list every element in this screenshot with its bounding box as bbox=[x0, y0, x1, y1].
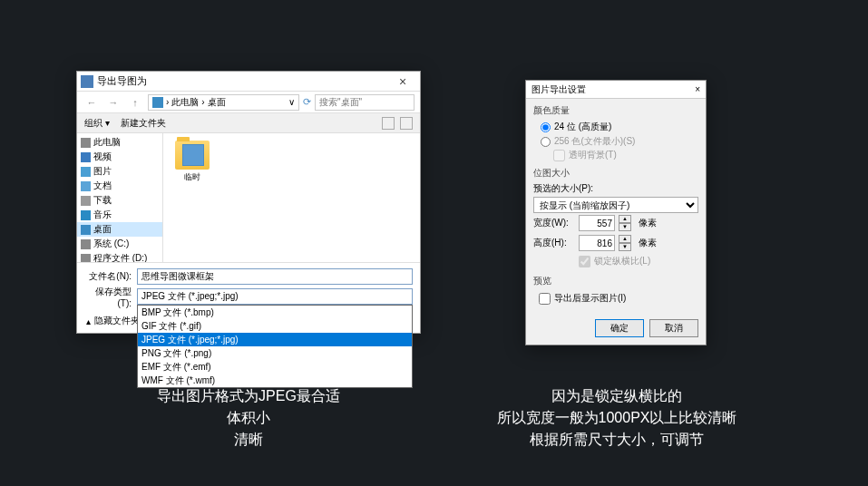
folder-item[interactable]: 临时 bbox=[171, 141, 214, 183]
width-row: 宽度(W): ▲▼ 像素 bbox=[533, 213, 698, 233]
width-label: 宽度(W): bbox=[533, 217, 575, 229]
path-root: 此电脑 bbox=[171, 96, 199, 109]
titlebar: 导出导图为 × bbox=[77, 72, 420, 92]
tree-label: 桌面 bbox=[93, 223, 112, 236]
new-folder-button[interactable]: 新建文件夹 bbox=[121, 117, 166, 130]
radio-256-input[interactable] bbox=[541, 137, 551, 147]
height-unit: 像素 bbox=[639, 237, 657, 249]
tree-icon bbox=[81, 254, 91, 263]
tree-label: 程序文件 (D:) bbox=[93, 252, 147, 262]
tree-icon bbox=[81, 181, 91, 191]
tree-item[interactable]: 此电脑 bbox=[77, 135, 162, 150]
height-row: 高度(H): ▲▼ 像素 bbox=[533, 233, 698, 253]
caption-line: 因为是锁定纵横比的 bbox=[472, 385, 762, 407]
tree-item[interactable]: 系统 (C:) bbox=[77, 237, 162, 251]
lock-ratio-input bbox=[579, 256, 590, 267]
height-spinner[interactable]: ▲▼ bbox=[619, 235, 631, 251]
tree-label: 音乐 bbox=[93, 209, 112, 221]
tree-icon bbox=[81, 210, 91, 220]
app-icon bbox=[81, 75, 93, 88]
format-option[interactable]: JPEG 文件 (*.jpeg;*.jpg) bbox=[138, 333, 412, 346]
filename-input[interactable] bbox=[137, 268, 413, 285]
tree-icon bbox=[81, 225, 91, 235]
folder-label: 临时 bbox=[184, 171, 200, 183]
format-option[interactable]: BMP 文件 (*.bmp) bbox=[138, 306, 412, 319]
show-after-input[interactable] bbox=[539, 293, 551, 305]
format-list: BMP 文件 (*.bmp)GIF 文件 (*.gif)JPEG 文件 (*.j… bbox=[137, 305, 413, 388]
width-unit: 像素 bbox=[639, 217, 657, 229]
preset-select[interactable]: 按显示 (当前缩放因子) bbox=[533, 197, 698, 213]
tree-label: 此电脑 bbox=[93, 136, 121, 149]
radio-24bit-input[interactable] bbox=[541, 122, 551, 132]
hide-folders-toggle[interactable]: ▴ 隐藏文件夹 bbox=[86, 315, 140, 327]
transparent-bg-input bbox=[553, 150, 565, 161]
tree-item[interactable]: 图片 bbox=[77, 164, 162, 179]
width-spinner[interactable]: ▲▼ bbox=[619, 215, 631, 231]
bitmap-size-group: 位图大小 预选的大小(P): 按显示 (当前缩放因子) 宽度(W): ▲▼ 像素… bbox=[533, 167, 698, 269]
folder-tree: 此电脑视频图片文档下载音乐桌面系统 (C:)程序文件 (D:)生活资料 (E:) bbox=[77, 133, 163, 262]
forward-button[interactable]: → bbox=[104, 93, 122, 112]
tree-item[interactable]: 音乐 bbox=[77, 208, 162, 222]
caption-line: 体积小 bbox=[76, 407, 421, 429]
color-quality-group: 颜色质量 24 位 (高质量) 256 色(文件最小)(S) 透明背景(T) bbox=[533, 104, 698, 161]
toolbar: 组织 ▾ 新建文件夹 bbox=[77, 113, 420, 133]
caption-line: 导出图片格式为JPEG最合适 bbox=[76, 385, 421, 407]
cancel-button[interactable]: 取消 bbox=[649, 319, 698, 337]
tree-item[interactable]: 程序文件 (D:) bbox=[77, 251, 162, 262]
close-button[interactable]: × bbox=[389, 73, 416, 91]
tree-label: 下载 bbox=[93, 194, 112, 207]
savetype-value[interactable] bbox=[137, 288, 413, 305]
right-caption: 因为是锁定纵横比的 所以宽度一般为1000PX以上比较清晰 根据所需尺寸大小，可… bbox=[472, 385, 762, 451]
tree-item[interactable]: 下载 bbox=[77, 193, 162, 208]
width-input[interactable] bbox=[579, 215, 615, 231]
height-input[interactable] bbox=[579, 235, 615, 251]
format-option[interactable]: WMF 文件 (*.wmf) bbox=[138, 374, 412, 387]
search-input[interactable] bbox=[315, 94, 414, 111]
tree-icon bbox=[81, 152, 91, 162]
show-after-check[interactable]: 导出后显示图片(I) bbox=[533, 290, 698, 306]
height-label: 高度(H): bbox=[533, 237, 575, 249]
ok-button[interactable]: 确定 bbox=[595, 319, 644, 337]
tree-icon bbox=[81, 239, 91, 249]
path-bar[interactable]: › 此电脑 › 桌面 ∨ bbox=[148, 94, 299, 111]
export-settings-dialog: 图片导出设置 × 颜色质量 24 位 (高质量) 256 色(文件最小)(S) … bbox=[525, 80, 707, 345]
radio-256[interactable]: 256 色(文件最小)(S) bbox=[533, 134, 698, 149]
tree-label: 视频 bbox=[93, 151, 112, 163]
filename-label: 文件名(N): bbox=[84, 270, 132, 283]
button-row: 确定 取消 bbox=[526, 312, 706, 345]
left-caption: 导出图片格式为JPEG最合适 体积小 清晰 bbox=[76, 385, 421, 451]
path-current: 桌面 bbox=[208, 96, 226, 109]
save-as-dialog: 导出导图为 × ← → ↑ › 此电脑 › 桌面 ∨ ⟳ 组织 ▾ 新建文件夹 … bbox=[76, 71, 421, 334]
caption-line: 清晰 bbox=[76, 429, 421, 451]
chevron-up-icon: ▴ bbox=[86, 316, 91, 326]
lock-ratio-check: 锁定纵横比(L) bbox=[533, 253, 698, 269]
back-button[interactable]: ← bbox=[83, 93, 101, 112]
folder-icon bbox=[175, 141, 210, 170]
preview-label: 预览 bbox=[533, 275, 698, 287]
view-icon[interactable] bbox=[382, 117, 395, 130]
refresh-icon[interactable]: ⟳ bbox=[303, 96, 311, 108]
organize-menu[interactable]: 组织 ▾ bbox=[84, 117, 110, 130]
pc-icon bbox=[152, 97, 163, 108]
help-icon[interactable] bbox=[400, 117, 413, 130]
tree-item[interactable]: 视频 bbox=[77, 150, 162, 164]
tree-label: 图片 bbox=[93, 165, 112, 178]
format-option[interactable]: GIF 文件 (*.gif) bbox=[138, 319, 412, 333]
tree-icon bbox=[81, 138, 91, 148]
up-button[interactable]: ↑ bbox=[126, 93, 144, 112]
caption-line: 根据所需尺寸大小，可调节 bbox=[472, 429, 762, 451]
tree-item[interactable]: 桌面 bbox=[77, 222, 162, 237]
savetype-label: 保存类型(T): bbox=[84, 286, 132, 308]
close-icon: × bbox=[399, 74, 406, 89]
radio-24bit[interactable]: 24 位 (高质量) bbox=[533, 120, 698, 134]
tree-item[interactable]: 文档 bbox=[77, 179, 162, 193]
tree-label: 文档 bbox=[93, 180, 112, 192]
format-option[interactable]: EMF 文件 (*.emf) bbox=[138, 360, 412, 374]
settings-close-button[interactable]: × bbox=[695, 84, 700, 94]
tree-label: 系统 (C:) bbox=[93, 238, 129, 250]
caption-line: 所以宽度一般为1000PX以上比较清晰 bbox=[472, 407, 762, 429]
file-list[interactable]: 临时 bbox=[163, 133, 420, 262]
main-area: 此电脑视频图片文档下载音乐桌面系统 (C:)程序文件 (D:)生活资料 (E:)… bbox=[77, 133, 420, 262]
savetype-dropdown[interactable]: BMP 文件 (*.bmp)GIF 文件 (*.gif)JPEG 文件 (*.j… bbox=[137, 288, 413, 305]
format-option[interactable]: PNG 文件 (*.png) bbox=[138, 346, 412, 360]
